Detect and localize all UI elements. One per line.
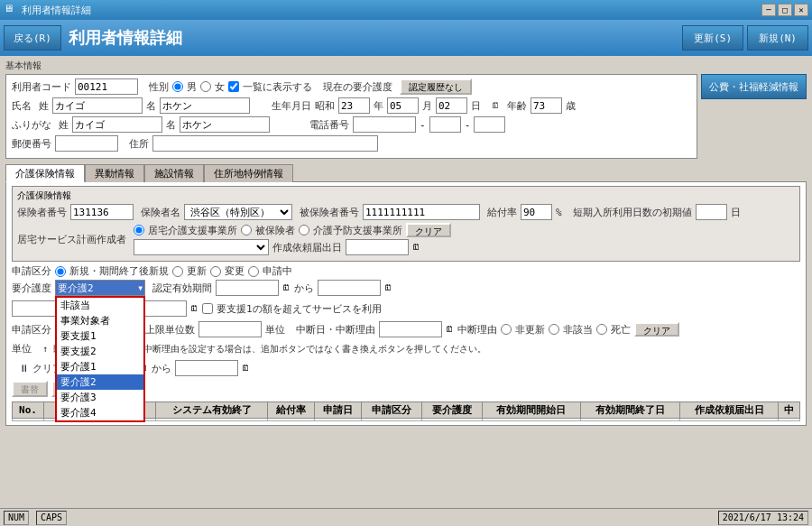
tab-idou[interactable]: 異動情報 [85, 164, 144, 182]
shinsei-4-radio[interactable] [248, 266, 259, 277]
user-code-input[interactable] [75, 78, 138, 95]
nintei-yuko-to-input[interactable] [318, 280, 381, 296]
birth-day-input[interactable] [436, 97, 467, 114]
shibou-label: 死亡 [611, 323, 631, 337]
kyotaku-label: 居宅介護支援事業所 [148, 224, 237, 237]
col-sakusei: 作成依頼届出日 [679, 402, 779, 419]
sex-male-radio[interactable] [172, 81, 183, 92]
chuudan-riyu-label: 中断理由 [457, 323, 497, 337]
tab-shisetsu[interactable]: 施設情報 [144, 164, 204, 182]
back-button[interactable]: 戻る(R) [4, 25, 61, 51]
kaigo-section-title: 介護保険情報 [17, 189, 795, 202]
nintei-yuko-from-input[interactable] [216, 280, 279, 296]
hihoken-care-label: 被保険者 [255, 224, 295, 237]
col-kyufu: 給付率 [268, 402, 315, 419]
minimize-btn[interactable]: ─ [761, 4, 776, 16]
age-unit: 歳 [566, 99, 576, 113]
update-button[interactable]: 更新(S) [682, 25, 743, 51]
hihoken-input[interactable] [363, 204, 480, 220]
address-input[interactable] [152, 135, 378, 152]
hoken-label: 保険者名 [141, 206, 180, 219]
hoken-name-select[interactable]: 渋谷区（特別区） [184, 204, 292, 220]
care-service-radio: 居宅介護支援事業所 被保険者 介護予防支援事業所 クリア [134, 223, 451, 237]
yoshien-checkbox[interactable] [202, 303, 213, 314]
postal-input[interactable] [55, 135, 118, 152]
sakusei-input[interactable] [346, 239, 409, 255]
furigana-sei-input[interactable] [72, 116, 162, 133]
col-misc: 中 [779, 402, 800, 419]
birth-year-input[interactable] [338, 97, 370, 114]
nintei-yuko-to-cal-icon[interactable]: 🗓 [384, 283, 392, 292]
dropdown-item-1[interactable]: 事業対象者 [57, 313, 143, 328]
sei-input[interactable] [52, 97, 143, 114]
dropdown-item-2[interactable]: 要支援1 [57, 328, 143, 344]
chuudan-bi-input[interactable] [379, 321, 442, 337]
phone-input3[interactable] [474, 116, 505, 133]
hihoken-label: 被保険者番号 [300, 206, 359, 219]
kyufu-rate-input[interactable] [521, 204, 552, 220]
maximize-btn[interactable]: □ [778, 4, 792, 16]
chuudan-bi-cal-icon[interactable]: 🗓 [446, 325, 454, 334]
dropdown-item-0[interactable]: 非該当 [57, 298, 143, 313]
yokaigo-dropdown-btn[interactable]: 要介護2 ▼ [55, 280, 145, 296]
main-window: 戻る(R) 利用者情報詳細 更新(S) 新規(N) 基本情報 利用者コード 性別 [0, 20, 812, 526]
dropdown-item-7[interactable]: 要介護4 [57, 405, 143, 420]
address-label: 住所 [129, 137, 149, 151]
sex-female-radio[interactable] [200, 81, 211, 92]
phone-input2[interactable] [429, 116, 461, 133]
care-service-select[interactable] [134, 239, 269, 255]
new-button[interactable]: 新規(N) [747, 25, 808, 51]
dropdown-item-3[interactable]: 要支援2 [57, 344, 143, 359]
hoken-no-input[interactable] [70, 204, 134, 220]
chuudan-clear-btn[interactable]: クリア [634, 322, 679, 337]
shibou-radio[interactable] [596, 324, 607, 335]
col-yokaigo: 要介護度 [422, 402, 483, 419]
birth-calendar-icon[interactable]: 🗓 [492, 101, 500, 110]
nintei-bi-cal-icon[interactable]: 🗓 [190, 304, 198, 313]
list-display-checkbox[interactable] [228, 81, 239, 92]
shinsei-3-radio[interactable] [210, 266, 221, 277]
birth-month-input[interactable] [387, 97, 419, 114]
sex-male-label: 男 [187, 80, 197, 94]
age-input[interactable] [531, 97, 562, 114]
kouhi-button[interactable]: 公費・社福軽減情報 [701, 74, 807, 99]
basic-info-row3: ふりがな 姓 名 電話番号 - - [12, 116, 691, 133]
kyufu-gen-input[interactable] [198, 321, 262, 337]
hitogai-radio[interactable] [549, 324, 559, 335]
shinsei-1-radio[interactable] [55, 266, 66, 277]
birth-year-unit: 年 [374, 99, 383, 113]
status-bar: NUM CAPS 2021/6/17 13:24 [0, 508, 812, 526]
tabs: 介護保険情報 異動情報 施設情報 住所地特例情報 [5, 164, 807, 182]
close-btn[interactable]: ✕ [794, 4, 808, 16]
phone-dash2: - [465, 119, 471, 131]
kaigoyobo-radio[interactable] [299, 225, 309, 235]
kyotaku-radio[interactable] [134, 225, 144, 235]
phone-input1[interactable] [353, 116, 416, 133]
nintei-yuko-cal-icon[interactable]: 🗓 [282, 283, 291, 292]
dropdown-item-5[interactable]: 要介護2 [57, 374, 143, 390]
tab-jusho[interactable]: 住所地特例情報 [204, 164, 293, 182]
mei-input[interactable] [160, 97, 250, 114]
yuko-to-input[interactable] [175, 360, 238, 376]
col-kubun: 申請区分 [362, 402, 422, 419]
col-no: No. [13, 402, 44, 419]
dropdown-item-4[interactable]: 要介護1 [57, 359, 143, 374]
yuko-to-cal-icon[interactable]: 🗓 [242, 364, 250, 373]
tab-kaigo[interactable]: 介護保険情報 [5, 164, 85, 182]
care-service-clear-btn[interactable]: クリア [406, 223, 451, 237]
hishinki-radio[interactable] [501, 324, 512, 335]
kaigo-row1: 保険者番号 保険者名 渋谷区（特別区） 被保険者番号 給付率 % 短期入所利用日… [17, 204, 795, 220]
phone-label: 電話番号 [309, 118, 349, 132]
shinsei-2-radio[interactable] [172, 266, 183, 277]
basic-info-row1: 利用者コード 性別 男 女 一覧に表示する 現在の要介護度 認定履歴なし [12, 78, 691, 95]
basic-info-row4: 郵便番号 住所 [12, 135, 691, 152]
yokaigo-selected: 要介護2 [58, 281, 94, 295]
dropdown-item-6[interactable]: 要介護3 [57, 390, 143, 405]
cert-history-btn[interactable]: 認定履歴なし [400, 78, 472, 95]
kakikae-btn[interactable]: 書替 [12, 381, 48, 397]
hihoken-radio[interactable] [241, 225, 252, 235]
shinsei-2-label: 更新 [187, 264, 207, 278]
sakusei-calendar-icon[interactable]: 🗓 [412, 243, 420, 252]
furigana-mei-input[interactable] [180, 116, 270, 133]
tankyu-input[interactable] [696, 204, 727, 220]
